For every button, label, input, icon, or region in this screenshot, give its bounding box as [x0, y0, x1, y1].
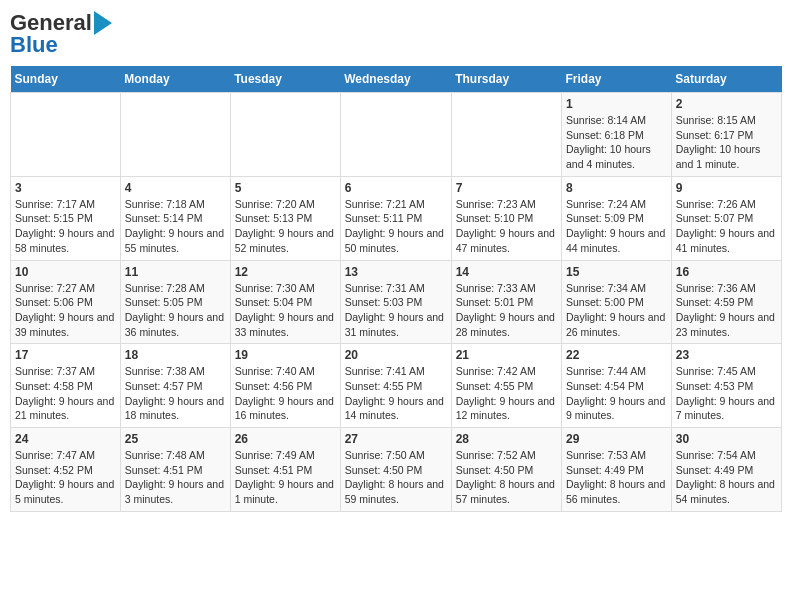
- weekday-header-row: SundayMondayTuesdayWednesdayThursdayFrid…: [11, 66, 782, 93]
- day-info: Sunrise: 7:41 AM Sunset: 4:55 PM Dayligh…: [345, 364, 447, 423]
- day-number: 21: [456, 348, 557, 362]
- day-number: 11: [125, 265, 226, 279]
- calendar-cell: 30Sunrise: 7:54 AM Sunset: 4:49 PM Dayli…: [671, 428, 781, 512]
- day-info: Sunrise: 7:50 AM Sunset: 4:50 PM Dayligh…: [345, 448, 447, 507]
- weekday-header-monday: Monday: [120, 66, 230, 93]
- calendar-cell: 17Sunrise: 7:37 AM Sunset: 4:58 PM Dayli…: [11, 344, 121, 428]
- calendar-cell: 6Sunrise: 7:21 AM Sunset: 5:11 PM Daylig…: [340, 176, 451, 260]
- day-number: 28: [456, 432, 557, 446]
- calendar-cell: 23Sunrise: 7:45 AM Sunset: 4:53 PM Dayli…: [671, 344, 781, 428]
- day-number: 17: [15, 348, 116, 362]
- calendar-cell: 25Sunrise: 7:48 AM Sunset: 4:51 PM Dayli…: [120, 428, 230, 512]
- calendar-cell: 24Sunrise: 7:47 AM Sunset: 4:52 PM Dayli…: [11, 428, 121, 512]
- day-number: 27: [345, 432, 447, 446]
- day-number: 15: [566, 265, 667, 279]
- weekday-header-wednesday: Wednesday: [340, 66, 451, 93]
- day-number: 10: [15, 265, 116, 279]
- day-info: Sunrise: 7:24 AM Sunset: 5:09 PM Dayligh…: [566, 197, 667, 256]
- day-number: 3: [15, 181, 116, 195]
- weekday-header-thursday: Thursday: [451, 66, 561, 93]
- day-number: 26: [235, 432, 336, 446]
- day-info: Sunrise: 7:52 AM Sunset: 4:50 PM Dayligh…: [456, 448, 557, 507]
- calendar-cell: 18Sunrise: 7:38 AM Sunset: 4:57 PM Dayli…: [120, 344, 230, 428]
- header: General Blue: [10, 10, 782, 58]
- day-info: Sunrise: 7:17 AM Sunset: 5:15 PM Dayligh…: [15, 197, 116, 256]
- calendar-cell: 2Sunrise: 8:15 AM Sunset: 6:17 PM Daylig…: [671, 93, 781, 177]
- day-number: 13: [345, 265, 447, 279]
- day-number: 19: [235, 348, 336, 362]
- calendar-cell: 15Sunrise: 7:34 AM Sunset: 5:00 PM Dayli…: [562, 260, 672, 344]
- day-number: 25: [125, 432, 226, 446]
- day-info: Sunrise: 7:53 AM Sunset: 4:49 PM Dayligh…: [566, 448, 667, 507]
- calendar-cell: 19Sunrise: 7:40 AM Sunset: 4:56 PM Dayli…: [230, 344, 340, 428]
- day-info: Sunrise: 8:15 AM Sunset: 6:17 PM Dayligh…: [676, 113, 777, 172]
- calendar-cell: 28Sunrise: 7:52 AM Sunset: 4:50 PM Dayli…: [451, 428, 561, 512]
- day-info: Sunrise: 7:49 AM Sunset: 4:51 PM Dayligh…: [235, 448, 336, 507]
- day-info: Sunrise: 7:54 AM Sunset: 4:49 PM Dayligh…: [676, 448, 777, 507]
- day-number: 9: [676, 181, 777, 195]
- day-number: 1: [566, 97, 667, 111]
- day-number: 4: [125, 181, 226, 195]
- weekday-header-friday: Friday: [562, 66, 672, 93]
- calendar-cell: 10Sunrise: 7:27 AM Sunset: 5:06 PM Dayli…: [11, 260, 121, 344]
- day-number: 12: [235, 265, 336, 279]
- day-info: Sunrise: 7:48 AM Sunset: 4:51 PM Dayligh…: [125, 448, 226, 507]
- day-number: 30: [676, 432, 777, 446]
- calendar-cell: 14Sunrise: 7:33 AM Sunset: 5:01 PM Dayli…: [451, 260, 561, 344]
- day-info: Sunrise: 7:37 AM Sunset: 4:58 PM Dayligh…: [15, 364, 116, 423]
- day-number: 7: [456, 181, 557, 195]
- day-info: Sunrise: 7:47 AM Sunset: 4:52 PM Dayligh…: [15, 448, 116, 507]
- weekday-header-tuesday: Tuesday: [230, 66, 340, 93]
- calendar-cell: 11Sunrise: 7:28 AM Sunset: 5:05 PM Dayli…: [120, 260, 230, 344]
- day-number: 29: [566, 432, 667, 446]
- day-number: 24: [15, 432, 116, 446]
- calendar-cell: 16Sunrise: 7:36 AM Sunset: 4:59 PM Dayli…: [671, 260, 781, 344]
- day-info: Sunrise: 7:33 AM Sunset: 5:01 PM Dayligh…: [456, 281, 557, 340]
- calendar-cell: 8Sunrise: 7:24 AM Sunset: 5:09 PM Daylig…: [562, 176, 672, 260]
- calendar-cell: 13Sunrise: 7:31 AM Sunset: 5:03 PM Dayli…: [340, 260, 451, 344]
- day-number: 8: [566, 181, 667, 195]
- calendar-cell: [11, 93, 121, 177]
- day-info: Sunrise: 7:38 AM Sunset: 4:57 PM Dayligh…: [125, 364, 226, 423]
- day-info: Sunrise: 7:36 AM Sunset: 4:59 PM Dayligh…: [676, 281, 777, 340]
- day-info: Sunrise: 7:18 AM Sunset: 5:14 PM Dayligh…: [125, 197, 226, 256]
- calendar-week-row: 3Sunrise: 7:17 AM Sunset: 5:15 PM Daylig…: [11, 176, 782, 260]
- day-info: Sunrise: 7:45 AM Sunset: 4:53 PM Dayligh…: [676, 364, 777, 423]
- calendar-cell: 22Sunrise: 7:44 AM Sunset: 4:54 PM Dayli…: [562, 344, 672, 428]
- calendar-cell: [340, 93, 451, 177]
- calendar-cell: 1Sunrise: 8:14 AM Sunset: 6:18 PM Daylig…: [562, 93, 672, 177]
- weekday-header-saturday: Saturday: [671, 66, 781, 93]
- day-number: 18: [125, 348, 226, 362]
- day-info: Sunrise: 7:20 AM Sunset: 5:13 PM Dayligh…: [235, 197, 336, 256]
- calendar-cell: [230, 93, 340, 177]
- day-info: Sunrise: 7:27 AM Sunset: 5:06 PM Dayligh…: [15, 281, 116, 340]
- logo-arrow-icon: [94, 11, 112, 35]
- logo-blue-text: Blue: [10, 32, 58, 58]
- logo: General Blue: [10, 10, 112, 58]
- calendar-week-row: 17Sunrise: 7:37 AM Sunset: 4:58 PM Dayli…: [11, 344, 782, 428]
- calendar-week-row: 10Sunrise: 7:27 AM Sunset: 5:06 PM Dayli…: [11, 260, 782, 344]
- day-number: 22: [566, 348, 667, 362]
- day-number: 20: [345, 348, 447, 362]
- calendar-cell: 9Sunrise: 7:26 AM Sunset: 5:07 PM Daylig…: [671, 176, 781, 260]
- calendar-cell: [120, 93, 230, 177]
- day-info: Sunrise: 7:28 AM Sunset: 5:05 PM Dayligh…: [125, 281, 226, 340]
- calendar-table: SundayMondayTuesdayWednesdayThursdayFrid…: [10, 66, 782, 512]
- day-number: 2: [676, 97, 777, 111]
- day-number: 6: [345, 181, 447, 195]
- day-info: Sunrise: 7:26 AM Sunset: 5:07 PM Dayligh…: [676, 197, 777, 256]
- day-info: Sunrise: 8:14 AM Sunset: 6:18 PM Dayligh…: [566, 113, 667, 172]
- calendar-week-row: 1Sunrise: 8:14 AM Sunset: 6:18 PM Daylig…: [11, 93, 782, 177]
- calendar-cell: 3Sunrise: 7:17 AM Sunset: 5:15 PM Daylig…: [11, 176, 121, 260]
- calendar-cell: 29Sunrise: 7:53 AM Sunset: 4:49 PM Dayli…: [562, 428, 672, 512]
- day-number: 23: [676, 348, 777, 362]
- weekday-header-sunday: Sunday: [11, 66, 121, 93]
- day-number: 16: [676, 265, 777, 279]
- calendar-week-row: 24Sunrise: 7:47 AM Sunset: 4:52 PM Dayli…: [11, 428, 782, 512]
- calendar-cell: 5Sunrise: 7:20 AM Sunset: 5:13 PM Daylig…: [230, 176, 340, 260]
- calendar-cell: 27Sunrise: 7:50 AM Sunset: 4:50 PM Dayli…: [340, 428, 451, 512]
- day-info: Sunrise: 7:40 AM Sunset: 4:56 PM Dayligh…: [235, 364, 336, 423]
- calendar-cell: 20Sunrise: 7:41 AM Sunset: 4:55 PM Dayli…: [340, 344, 451, 428]
- day-info: Sunrise: 7:31 AM Sunset: 5:03 PM Dayligh…: [345, 281, 447, 340]
- calendar-cell: 4Sunrise: 7:18 AM Sunset: 5:14 PM Daylig…: [120, 176, 230, 260]
